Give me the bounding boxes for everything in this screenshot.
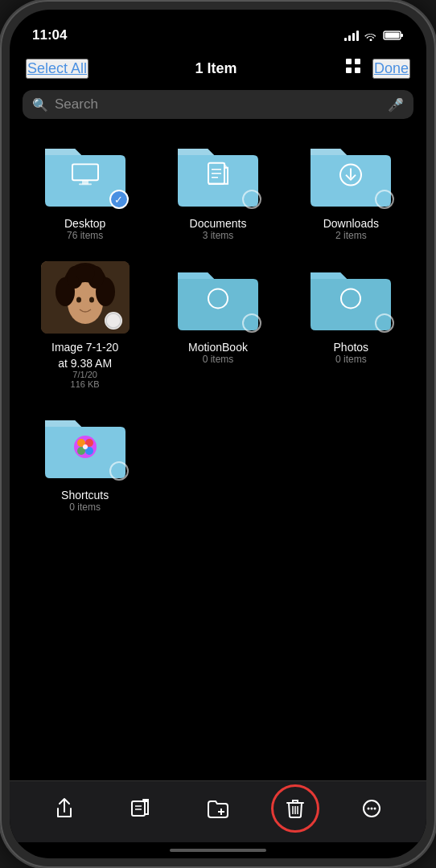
item-name-image1: Image 7-1-20 <box>51 341 118 354</box>
add-button[interactable] <box>123 791 158 826</box>
status-icons <box>344 30 404 41</box>
svg-point-19 <box>76 297 81 303</box>
folder-icon-desktop: ✓ <box>37 133 134 214</box>
folder-icon-shortcuts <box>37 405 134 485</box>
svg-point-47 <box>371 808 373 810</box>
item-name-image2: at 9.38 AM <box>58 357 112 370</box>
item-name-shortcuts: Shortcuts <box>61 489 109 502</box>
status-time: 11:04 <box>32 27 67 43</box>
item-count-photos: 0 items <box>335 354 367 365</box>
grid-item-documents[interactable]: Documents 3 items <box>155 133 280 241</box>
search-bar[interactable]: 🔍 Search 🎤 <box>23 90 413 119</box>
done-button[interactable]: Done <box>372 59 410 79</box>
svg-rect-4 <box>355 59 360 64</box>
svg-point-48 <box>374 808 376 810</box>
nav-right: Done <box>343 56 410 80</box>
home-bar <box>170 849 266 852</box>
svg-point-25 <box>76 265 95 281</box>
microphone-icon[interactable]: 🎤 <box>388 97 404 113</box>
phone-frame: 11:04 Select All <box>0 0 436 868</box>
svg-point-29 <box>341 289 360 308</box>
notch <box>154 10 282 34</box>
svg-rect-3 <box>346 59 352 64</box>
svg-rect-5 <box>346 68 352 73</box>
selection-check-desktop: ✓ <box>109 190 129 209</box>
grid-item-downloads[interactable]: Downloads 2 items <box>289 133 413 241</box>
item-name-downloads: Downloads <box>323 217 379 230</box>
item-count-documents: 3 items <box>203 230 234 241</box>
phone-screen: 11:04 Select All <box>10 10 426 858</box>
folder-icon-motionbook <box>170 257 266 338</box>
signal-icon <box>344 30 359 41</box>
selection-check-documents <box>242 190 261 209</box>
selection-check-motionbook <box>242 313 261 333</box>
documents-inner-icon <box>207 162 229 192</box>
item-name-documents: Documents <box>190 217 247 230</box>
bottom-toolbar <box>10 780 426 842</box>
share-button[interactable] <box>47 791 82 826</box>
motionbook-inner-icon <box>206 286 230 313</box>
grid-item-image[interactable]: Image 7-1-20 at 9.38 AM 7/1/20 116 KB <box>23 257 147 389</box>
trash-button[interactable] <box>278 791 313 826</box>
grid-view-icon[interactable] <box>343 56 363 80</box>
item-date-image: 7/1/20 <box>72 370 97 379</box>
battery-icon <box>383 30 404 41</box>
svg-rect-9 <box>79 183 92 185</box>
file-grid: ✓ Desktop 76 items <box>23 133 413 513</box>
search-placeholder: Search <box>55 96 388 113</box>
new-folder-button[interactable] <box>200 791 236 826</box>
home-indicator <box>10 842 426 858</box>
folder-icon-photos <box>302 257 399 338</box>
checkmark-icon: ✓ <box>114 194 123 206</box>
selection-check-shortcuts <box>109 461 129 481</box>
item-size-image: 116 KB <box>71 379 100 389</box>
image-preview <box>41 261 130 334</box>
item-name-photos: Photos <box>334 341 369 354</box>
photos-inner-icon <box>339 286 363 313</box>
svg-point-26 <box>105 312 122 330</box>
svg-point-36 <box>83 444 88 449</box>
content-area: ✓ Desktop 76 items <box>10 125 426 780</box>
select-all-button[interactable]: Select All <box>26 59 88 79</box>
more-button[interactable] <box>354 791 389 826</box>
item-count-downloads: 2 items <box>335 230 367 241</box>
grid-item-desktop[interactable]: ✓ Desktop 76 items <box>23 133 147 241</box>
item-name-desktop: Desktop <box>64 217 105 230</box>
desktop-inner-icon <box>71 163 100 189</box>
wifi-icon <box>364 30 378 41</box>
image-thumbnail <box>37 257 134 338</box>
downloads-inner-icon <box>338 162 364 191</box>
svg-rect-6 <box>355 68 360 73</box>
shortcuts-inner-icon <box>71 432 100 465</box>
folder-icon-downloads <box>302 133 399 214</box>
svg-rect-7 <box>72 164 98 180</box>
svg-rect-1 <box>401 34 403 37</box>
grid-item-motionbook[interactable]: MotionBook 0 items <box>155 257 280 389</box>
svg-point-28 <box>208 289 228 308</box>
search-icon: 🔍 <box>32 97 48 113</box>
grid-item-shortcuts[interactable]: Shortcuts 0 items <box>23 405 147 513</box>
svg-rect-2 <box>385 33 400 39</box>
item-name-motionbook: MotionBook <box>188 341 248 354</box>
item-count-motionbook: 0 items <box>203 354 234 365</box>
nav-bar: Select All 1 Item Done <box>10 50 426 87</box>
nav-title: 1 Item <box>195 60 237 77</box>
item-count-desktop: 76 items <box>67 230 103 241</box>
folder-icon-documents <box>170 133 266 214</box>
item-count-shortcuts: 0 items <box>69 502 101 513</box>
svg-point-20 <box>89 297 94 303</box>
svg-rect-37 <box>132 801 145 816</box>
svg-point-46 <box>368 808 370 810</box>
grid-item-photos[interactable]: Photos 0 items <box>289 257 413 389</box>
